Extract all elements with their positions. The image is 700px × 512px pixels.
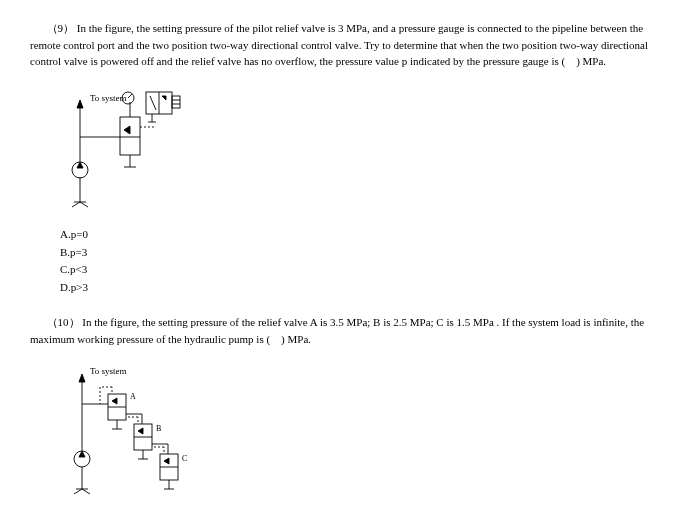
valve-c-label: C	[182, 454, 187, 463]
question-9-figure: To system	[60, 82, 190, 212]
option-9-a: A.p=0	[60, 226, 670, 244]
hydraulic-schematic-10-icon: To system A B	[60, 359, 220, 499]
svg-rect-9	[120, 117, 140, 155]
question-10-number: （10）	[47, 316, 80, 328]
question-9-body: In the figure, the setting pressure of t…	[30, 22, 648, 67]
svg-marker-48	[138, 428, 143, 434]
svg-marker-38	[112, 398, 117, 404]
svg-rect-22	[172, 96, 180, 108]
svg-marker-34	[79, 374, 85, 382]
svg-marker-57	[164, 458, 169, 464]
to-system-label-10: To system	[90, 366, 127, 376]
question-9-number: （9）	[47, 22, 75, 34]
valve-a-label: A	[130, 392, 136, 401]
svg-marker-21	[162, 96, 166, 100]
svg-line-20	[150, 96, 156, 110]
valve-b-label: B	[156, 424, 161, 433]
svg-line-3	[80, 202, 88, 207]
svg-line-30	[82, 489, 90, 494]
option-9-c: C.p<3	[60, 261, 670, 279]
svg-marker-32	[79, 451, 85, 457]
question-10-figure: To system A B	[60, 359, 220, 499]
svg-marker-5	[77, 162, 83, 168]
to-system-label-9: To system	[90, 93, 127, 103]
hydraulic-schematic-9-icon: To system	[60, 82, 190, 212]
option-9-b: B.p=3	[60, 244, 670, 262]
svg-line-17	[128, 94, 132, 98]
svg-marker-11	[124, 126, 130, 134]
question-10: （10） In the figure, the setting pressure…	[30, 314, 670, 512]
question-10-body: In the figure, the setting pressure of t…	[30, 316, 644, 345]
option-9-d: D.p>3	[60, 279, 670, 297]
svg-line-2	[72, 202, 80, 207]
svg-marker-7	[77, 100, 83, 108]
question-9: （9） In the figure, the setting pressure …	[30, 20, 670, 296]
svg-line-29	[74, 489, 82, 494]
question-9-text: （9） In the figure, the setting pressure …	[30, 20, 670, 70]
question-9-options: A.p=0 B.p=3 C.p<3 D.p>3	[60, 226, 670, 296]
question-10-text: （10） In the figure, the setting pressure…	[30, 314, 670, 347]
